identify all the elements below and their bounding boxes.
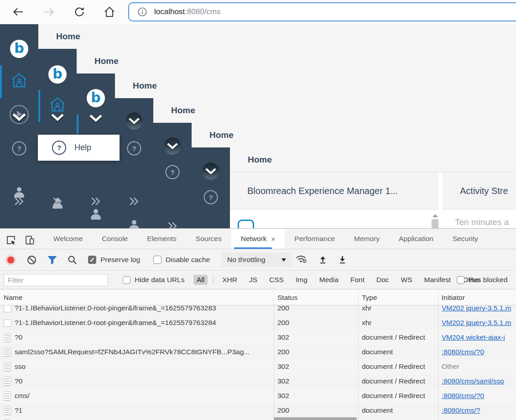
user-icon[interactable]	[90, 209, 101, 220]
url-text[interactable]: localhost:8080/cms	[154, 7, 221, 16]
device-toolbar-icon[interactable]	[22, 231, 37, 249]
scroll-up-icon[interactable]	[433, 214, 438, 217]
scrollbar-thumb[interactable]	[432, 219, 438, 228]
collapse-chevron-icon[interactable]	[125, 112, 143, 130]
filter-type-ws[interactable]: WS	[398, 275, 416, 285]
disable-cache-checkbox[interactable]: Disable cache	[153, 249, 210, 270]
column-header-type[interactable]: Type	[362, 289, 377, 306]
filter-type-xhr[interactable]: XHR	[219, 275, 240, 285]
dashboard-card-title: Activity Stre	[460, 186, 508, 196]
search-icon[interactable]	[68, 249, 77, 270]
devtools-tab-security[interactable]: Security	[443, 229, 488, 249]
column-header-status[interactable]: Status	[277, 289, 297, 306]
reload-icon[interactable]	[73, 5, 86, 19]
request-initiator-link[interactable]: VM202 jquery-3.5.1.m	[442, 315, 511, 330]
devtools-tab-memory[interactable]: Memory	[344, 229, 389, 249]
devtools-tab-performance[interactable]: Performance	[285, 229, 344, 249]
chevron-down-icon[interactable]	[51, 114, 64, 123]
filter-type-manifest[interactable]: Manifest	[421, 275, 454, 285]
column-header-name[interactable]: Name	[4, 289, 22, 306]
network-request-row[interactable]: ?1-1.IBehaviorListener.0-root-pinger&ifr…	[0, 305, 516, 315]
filter-icon[interactable]	[47, 249, 57, 270]
request-type: document / Redirect	[362, 330, 425, 345]
close-tab-icon[interactable]: ×	[271, 235, 276, 243]
throttling-dropdown[interactable]: No throttling	[222, 252, 292, 267]
preserve-log-checkbox[interactable]: ✓Preserve log	[88, 249, 140, 270]
hide-data-urls-checkbox[interactable]: Hide data URLs	[123, 271, 184, 289]
collapse-chevron-icon[interactable]	[202, 163, 219, 180]
request-initiator-link[interactable]: VM204 wicket-ajax-j	[442, 330, 505, 345]
browser-home-icon[interactable]	[103, 5, 116, 19]
devtools-tab-network[interactable]: Network×	[231, 229, 285, 249]
site-info-icon[interactable]	[137, 6, 148, 17]
chevron-down-icon[interactable]	[89, 115, 103, 124]
filter-type-font[interactable]: Font	[347, 275, 368, 285]
devtools-tab-application[interactable]: Application	[389, 229, 443, 249]
request-document-icon	[4, 333, 11, 342]
filter-type-all[interactable]: All	[193, 275, 208, 285]
collapse-chevron-icon[interactable]	[164, 137, 181, 155]
filter-input[interactable]	[4, 274, 108, 286]
help-icon[interactable]: ?	[12, 142, 26, 156]
request-initiator-link[interactable]: VM202 jquery-3.5.1.m	[442, 305, 511, 315]
dashboard-card[interactable]: Bloomreach Experience Manager 1...	[230, 173, 439, 210]
horizontal-scrollbar[interactable]	[274, 417, 357, 420]
help-icon[interactable]: ?	[166, 165, 180, 179]
devtools-tab-label: Console	[102, 235, 128, 243]
filter-type-img[interactable]: Img	[292, 275, 311, 285]
network-table-header: Name Status Type Initiator	[0, 289, 516, 305]
export-har-icon[interactable]	[339, 249, 346, 270]
network-request-row[interactable]: ?1-1.IBehaviorListener.0-root-pinger&ifr…	[0, 315, 516, 330]
home-icon[interactable]	[49, 97, 66, 114]
request-row-content: saml2sso?SAMLRequest=fZFNb4JAGITv%2FRVk7…	[0, 345, 516, 359]
address-bar[interactable]: localhost:8080/cms	[128, 2, 516, 21]
record-button[interactable]	[7, 249, 14, 270]
forward-icon[interactable]	[42, 5, 56, 19]
expand-sidebar-icon[interactable]	[128, 196, 141, 208]
devtools-tab-sources[interactable]: Sources	[186, 229, 231, 249]
filter-type-media[interactable]: Media	[316, 275, 342, 285]
expand-sidebar-icon[interactable]	[13, 196, 26, 208]
filter-type-css[interactable]: CSS	[266, 275, 287, 285]
network-request-row[interactable]: ?0302document / RedirectVM204 wicket-aja…	[0, 330, 516, 345]
filter-type-doc[interactable]: Doc	[373, 275, 392, 285]
back-icon[interactable]	[11, 5, 25, 19]
request-xhr-icon	[4, 319, 11, 327]
column-header-initiator[interactable]: Initiator	[442, 289, 465, 306]
nav-scroll-icon[interactable]	[10, 105, 29, 124]
request-initiator-link[interactable]: :8080/cms/?0	[442, 345, 484, 359]
network-conditions-icon[interactable]: ⚙	[296, 249, 309, 270]
expand-sidebar-icon[interactable]	[90, 196, 102, 208]
help-icon[interactable]: ?	[127, 142, 141, 156]
network-request-row[interactable]: saml2sso?SAMLRequest=fZFNb4JAGITv%2FRVk7…	[0, 345, 516, 359]
clear-icon[interactable]	[27, 249, 36, 270]
request-initiator-link[interactable]: :8080/cms/saml/sso	[442, 374, 504, 388]
has-blocked-checkbox[interactable]: Has blocked	[457, 271, 507, 289]
help-icon[interactable]: ?	[204, 190, 218, 205]
network-request-row[interactable]: ?0302document / Redirect:8080/cms/saml/s…	[0, 374, 516, 388]
devtools-tab-label: Sources	[196, 235, 222, 243]
help-popup[interactable]: ?Help	[38, 135, 120, 161]
network-request-row[interactable]	[0, 418, 516, 420]
request-type: xhr	[362, 305, 372, 315]
expand-sidebar-icon[interactable]	[167, 221, 179, 228]
devtools-tab-console[interactable]: Console	[92, 229, 137, 249]
network-request-row[interactable]: cms/302document / Redirect:8080/cms/?0	[0, 388, 516, 403]
devtools-tab-elements[interactable]: Elements	[137, 229, 186, 249]
home-icon[interactable]	[10, 73, 28, 90]
devtools-tabbar: WelcomeConsoleElementsSourcesNetwork×Per…	[0, 229, 516, 249]
import-har-icon[interactable]	[319, 249, 327, 270]
network-request-row[interactable]: sso302document / RedirectOther	[0, 359, 516, 374]
request-initiator-link[interactable]: :8080/cms/?	[442, 403, 480, 418]
network-filterbar: Hide data URLs AllXHRJSCSSImgMediaFontDo…	[0, 271, 516, 289]
request-row-content: cms/302document / Redirect:8080/cms/?0	[0, 388, 516, 403]
request-initiator-link[interactable]: :8080/cms/?0	[442, 388, 484, 403]
inspect-element-icon[interactable]	[4, 231, 18, 249]
devtools-tab-welcome[interactable]: Welcome	[44, 229, 92, 249]
user-icon[interactable]	[129, 220, 140, 228]
filter-type-js[interactable]: JS	[246, 275, 261, 285]
expand-sidebar-icon[interactable]	[52, 196, 64, 208]
network-request-row[interactable]: ?1200document:8080/cms/?	[0, 403, 516, 418]
request-status: 200	[277, 315, 289, 330]
dashboard-card[interactable]: Activity Stre	[443, 173, 516, 210]
